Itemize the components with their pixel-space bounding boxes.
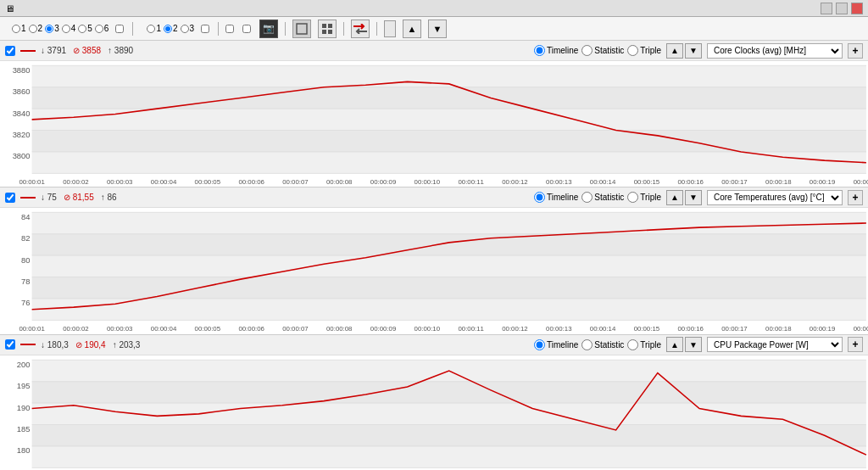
- svg-text:00:00:07: 00:00:07: [282, 325, 308, 333]
- chart-panel-2: ↓ 75 ⊘ 81,55 ↑ 86 Timeline Statistic Tri…: [0, 187, 868, 334]
- svg-text:3880: 3880: [13, 65, 31, 75]
- camera-button[interactable]: 📷: [259, 20, 278, 38]
- diag-radio-1[interactable]: [12, 25, 20, 33]
- view-radio-group-3: Timeline Statistic Triple: [534, 339, 661, 350]
- chart-dropdown-3[interactable]: CPU Package Power [W]: [707, 337, 843, 352]
- chart-nav-up-2[interactable]: ▲: [666, 190, 683, 205]
- chart-checkbox-3[interactable]: [5, 339, 15, 350]
- chart-nav-btns-1: ▲ ▼: [666, 43, 702, 59]
- arrow-up-btn[interactable]: ▲: [403, 20, 421, 38]
- svg-text:00:00:04: 00:00:04: [151, 325, 177, 333]
- chart-header-right-3: Timeline Statistic Triple ▲ ▼ CPU Packag…: [534, 337, 863, 352]
- view-timeline-2[interactable]: [534, 192, 545, 203]
- svg-text:3800: 3800: [13, 151, 31, 160]
- chart-header-right-1: Timeline Statistic Triple ▲ ▼ Core Clock…: [534, 43, 863, 59]
- svg-text:00:00:11: 00:00:11: [458, 325, 483, 333]
- files-radio-2[interactable]: [164, 25, 172, 33]
- chart-add-btn-2[interactable]: +: [848, 190, 863, 205]
- chart-nav-down-3[interactable]: ▼: [685, 337, 702, 352]
- chart-panel-3: ↓ 180,3 ⊘ 190,4 ↑ 203,3 Timeline Statist…: [0, 335, 868, 470]
- svg-text:00:00:13: 00:00:13: [546, 178, 572, 186]
- svg-text:00:00:19: 00:00:19: [810, 178, 835, 186]
- svg-text:00:00:13: 00:00:13: [546, 325, 572, 333]
- chart-add-btn-1[interactable]: +: [848, 43, 863, 59]
- svg-rect-11: [32, 152, 866, 173]
- chart-checkbox-1[interactable]: [5, 46, 15, 56]
- num-diagrams-radio-group: 1 2 3 4 5 6: [12, 24, 108, 33]
- svg-text:00:00:02: 00:00:02: [63, 178, 88, 186]
- chart-nav-btns-3: ▲ ▼: [666, 337, 702, 352]
- dark-mode-checkbox[interactable]: [242, 25, 251, 33]
- diag-radio-4[interactable]: [62, 25, 70, 33]
- chart-checkbox-2[interactable]: [5, 193, 15, 203]
- svg-text:00:00:19: 00:00:19: [810, 325, 835, 333]
- svg-text:00:00:10: 00:00:10: [415, 325, 441, 333]
- svg-text:00:00:09: 00:00:09: [370, 325, 396, 333]
- chart-body-3: 20019519018518000:00:0100:00:0200:00:030…: [0, 355, 868, 470]
- svg-text:78: 78: [21, 277, 30, 286]
- arrow-down-btn[interactable]: ▼: [428, 20, 447, 38]
- svg-rect-3: [322, 30, 326, 34]
- svg-text:00:00:16: 00:00:16: [677, 178, 704, 186]
- stat-max-2: ↑ 86: [101, 193, 117, 202]
- view-timeline-3[interactable]: [534, 339, 545, 350]
- diag-radio-3[interactable]: [45, 25, 53, 33]
- show-files-checkbox[interactable]: [201, 25, 209, 33]
- stat-min-3: ↓ 180,3: [41, 340, 69, 350]
- diag-radio-2[interactable]: [29, 25, 37, 33]
- icon-btn-2[interactable]: [318, 20, 337, 38]
- minimize-button[interactable]: [821, 3, 832, 14]
- svg-text:180: 180: [17, 445, 31, 455]
- view-triple-2[interactable]: [627, 192, 638, 203]
- view-triple-3[interactable]: [627, 339, 638, 350]
- chart-nav-down-1[interactable]: ▼: [685, 43, 702, 59]
- svg-text:80: 80: [21, 255, 30, 265]
- svg-rect-0: [297, 24, 307, 34]
- view-statistic-2[interactable]: [581, 192, 593, 203]
- stat-min-2: ↓ 75: [41, 193, 57, 202]
- simple-mode-checkbox[interactable]: [225, 25, 234, 33]
- svg-text:00:00:06: 00:00:06: [238, 178, 264, 186]
- chart-line-indicator-1: [20, 50, 36, 52]
- icon-btn-1[interactable]: [292, 20, 311, 38]
- chart-nav-down-2[interactable]: ▼: [685, 190, 702, 205]
- svg-text:195: 195: [17, 381, 31, 390]
- view-statistic-1[interactable]: [581, 45, 593, 56]
- swap-icon-btn[interactable]: [351, 20, 370, 38]
- change-all-button[interactable]: [384, 20, 396, 37]
- maximize-button[interactable]: [836, 3, 848, 14]
- svg-text:00:00:07: 00:00:07: [282, 178, 308, 186]
- svg-text:00:00:11: 00:00:11: [458, 178, 483, 186]
- title-bar: 🖥: [0, 0, 868, 17]
- view-statistic-3[interactable]: [581, 339, 593, 350]
- chart-add-btn-3[interactable]: +: [848, 337, 863, 352]
- svg-text:00:00:03: 00:00:03: [107, 325, 133, 333]
- chart-dropdown-2[interactable]: Core Temperatures (avg) [°C]: [707, 190, 843, 205]
- svg-rect-4: [328, 30, 332, 34]
- view-radio-group-1: Timeline Statistic Triple: [534, 45, 661, 56]
- svg-text:76: 76: [21, 299, 30, 308]
- view-radio-group-2: Timeline Statistic Triple: [534, 192, 661, 203]
- chart-nav-up-3[interactable]: ▲: [666, 337, 683, 352]
- diag-radio-5[interactable]: [78, 25, 86, 33]
- view-triple-1[interactable]: [627, 45, 638, 56]
- svg-text:00:00:15: 00:00:15: [634, 325, 660, 333]
- chart-line-indicator-3: [20, 344, 36, 345]
- svg-rect-1: [322, 24, 326, 28]
- svg-text:00:00:15: 00:00:15: [634, 178, 660, 186]
- diag-radio-6[interactable]: [95, 25, 103, 33]
- close-button[interactable]: [851, 3, 863, 14]
- svg-text:00:00:17: 00:00:17: [721, 325, 747, 333]
- toolbar-sep-2: [218, 22, 219, 36]
- files-radio-1[interactable]: [147, 25, 155, 33]
- svg-rect-84: [32, 424, 866, 445]
- two-columns-checkbox[interactable]: [115, 25, 124, 33]
- view-timeline-1[interactable]: [534, 45, 545, 56]
- files-radio-3[interactable]: [181, 25, 189, 33]
- svg-text:00:00:01: 00:00:01: [19, 325, 44, 333]
- chart-nav-up-1[interactable]: ▲: [666, 43, 683, 59]
- chart-dropdown-1[interactable]: Core Clocks (avg) [MHz]: [707, 43, 843, 59]
- svg-text:00:00:04: 00:00:04: [151, 178, 177, 186]
- svg-text:00:00:20: 00:00:20: [854, 178, 868, 186]
- chart-header-right-2: Timeline Statistic Triple ▲ ▼ Core Tempe…: [534, 190, 863, 205]
